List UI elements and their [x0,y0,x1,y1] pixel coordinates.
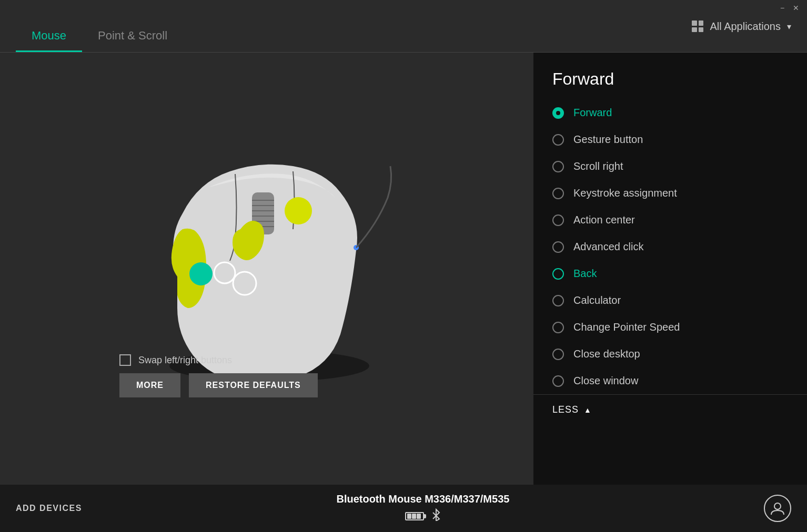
app-selector-label: All Applications [710,21,781,33]
radio-item-scroll-right[interactable]: Scroll right [533,153,807,180]
radio-label-back: Back [573,268,597,280]
radio-item-keystroke[interactable]: Keystroke assignment [533,180,807,207]
radio-label-close-window: Close window [573,375,638,387]
panel-scroll[interactable]: ForwardGesture buttonScroll rightKeystro… [533,99,807,485]
radio-circle-gesture [552,134,564,146]
swap-label: Swap left/right buttons [138,355,232,366]
mouse-illustration: Swap left/right buttons MORE RESTORE DEF… [114,145,419,408]
radio-label-change-pointer: Change Pointer Speed [573,321,680,333]
hotspot-yellow [285,197,312,224]
less-button[interactable]: LESS ▲ [533,394,807,425]
radio-circle-calculator [552,295,564,306]
battery-bar-1 [407,514,411,519]
minimize-button[interactable]: − [778,3,787,13]
radio-circle-forward [552,107,564,119]
restore-defaults-button[interactable]: RESTORE DEFAULTS [189,373,318,397]
hotspot-teal [189,262,213,285]
add-devices-button[interactable]: ADD DEVICES [16,504,82,513]
radio-circle-change-pointer [552,322,564,333]
radio-circle-scroll-right [552,161,564,172]
swap-area: Swap left/right buttons [119,354,232,366]
less-label: LESS [552,404,579,415]
radio-circle-close-desktop [552,349,564,360]
radio-label-keystroke: Keystroke assignment [573,187,677,199]
radio-item-gesture[interactable]: Gesture button [533,126,807,153]
radio-circle-advanced-click [552,241,564,253]
tab-mouse[interactable]: Mouse [16,19,82,52]
radio-item-action-center[interactable]: Action center [533,207,807,233]
user-account-button[interactable] [764,495,791,522]
radio-label-calculator: Calculator [573,294,621,306]
chevron-up-icon: ▲ [584,406,592,414]
battery-bar-2 [412,514,416,519]
device-icons [405,508,441,524]
radio-circle-keystroke [552,188,564,199]
device-name: Bluetooth Mouse M336/M337/M535 [336,493,509,505]
dropdown-panel: Forward ForwardGesture buttonScroll righ… [533,53,807,485]
header: Mouse Point & Scroll All Applications ▾ [0,0,807,53]
device-info: Bluetooth Mouse M336/M337/M535 [336,493,509,524]
radio-item-change-pointer[interactable]: Change Pointer Speed [533,314,807,341]
swap-checkbox[interactable] [119,354,131,366]
radio-item-close-window[interactable]: Close window [533,367,807,394]
radio-circle-action-center [552,214,564,226]
radio-item-back[interactable]: Back [533,260,807,287]
footer: ADD DEVICES Bluetooth Mouse M336/M337/M5… [0,485,807,532]
battery-icon [405,512,424,520]
radio-list: ForwardGesture buttonScroll rightKeystro… [533,99,807,394]
radio-label-gesture: Gesture button [573,134,643,146]
main-area: Swap left/right buttons MORE RESTORE DEF… [0,53,807,485]
chevron-down-icon: ▾ [787,22,791,32]
mouse-area: Swap left/right buttons MORE RESTORE DEF… [0,53,533,485]
radio-item-close-desktop[interactable]: Close desktop [533,341,807,367]
app-grid-icon [692,21,703,32]
radio-label-scroll-right: Scroll right [573,160,623,172]
close-button[interactable]: ✕ [791,3,801,13]
radio-label-advanced-click: Advanced click [573,241,643,253]
radio-item-calculator[interactable]: Calculator [533,287,807,314]
bluetooth-icon [431,508,441,524]
bottom-buttons: MORE RESTORE DEFAULTS [119,373,318,397]
radio-label-action-center: Action center [573,214,635,226]
radio-label-close-desktop: Close desktop [573,348,640,360]
dropdown-title: Forward [533,53,807,99]
tab-point-scroll[interactable]: Point & Scroll [82,19,183,52]
titlebar: − ✕ [771,0,807,16]
battery-body [405,512,424,520]
more-button[interactable]: MORE [119,373,180,397]
radio-circle-back [552,268,564,280]
svg-point-9 [774,503,781,509]
radio-label-forward: Forward [573,107,612,119]
radio-circle-close-window [552,375,564,387]
radio-item-advanced-click[interactable]: Advanced click [533,233,807,260]
battery-bar-3 [417,514,421,519]
radio-item-forward[interactable]: Forward [533,99,807,126]
